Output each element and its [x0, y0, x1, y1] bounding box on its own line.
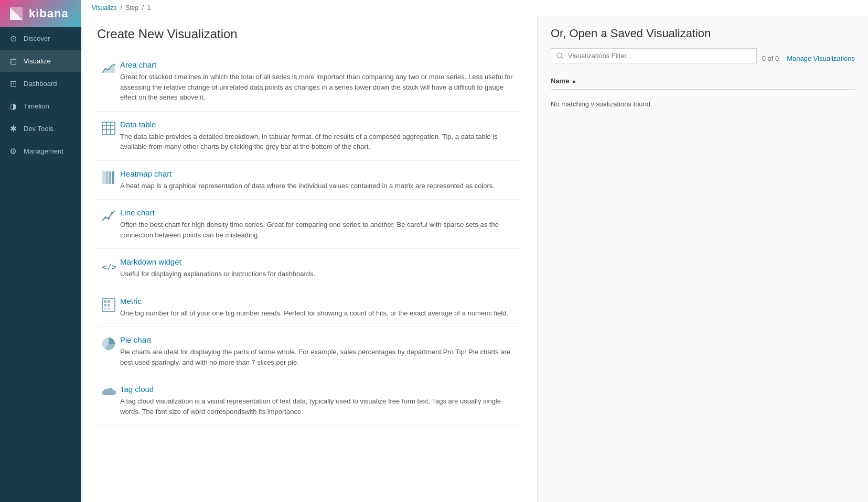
tag-cloud-icon: [101, 386, 116, 400]
markdown-icon-wrap: </>: [97, 257, 120, 273]
area-chart-icon-wrap: [97, 60, 120, 76]
visualize-icon: ◻: [8, 56, 18, 66]
search-count: 0 of 0: [762, 54, 779, 62]
breadcrumb-visualize[interactable]: Visualize: [92, 4, 117, 12]
markdown-title: Markdown widget: [120, 257, 521, 266]
viz-item-markdown[interactable]: </> Markdown widget Useful for displayin…: [97, 249, 521, 288]
svg-point-23: [557, 53, 562, 58]
right-panel-title: Or, Open a Saved Visualization: [551, 27, 855, 40]
sidebar-item-dashboard[interactable]: ⊡ Dashboard: [0, 72, 81, 95]
heatmap-icon: [101, 170, 116, 185]
search-icon: [556, 52, 564, 60]
line-chart-content: Line chart Often the best chart for high…: [120, 208, 521, 240]
manage-visualizations-link[interactable]: Manage Visualizations: [787, 54, 855, 62]
area-chart-desc: Great for stacked timelines in which the…: [120, 72, 521, 103]
management-icon: ⚙: [8, 146, 18, 156]
svg-rect-19: [104, 304, 106, 307]
name-column-header[interactable]: Name: [551, 77, 569, 85]
svg-rect-21: [104, 308, 106, 310]
svg-point-13: [108, 217, 110, 220]
pie-chart-icon-wrap: [97, 335, 120, 351]
pie-chart-content: Pie chart Pie charts are ideal for displ…: [120, 335, 521, 367]
svg-point-14: [111, 212, 113, 214]
metric-icon: [101, 298, 116, 312]
search-controls: 0 of 0 Manage Visualizations: [551, 48, 855, 69]
pie-chart-title: Pie chart: [120, 335, 521, 344]
sidebar-label-management: Management: [24, 147, 63, 155]
markdown-desc: Useful for displaying explanations or in…: [120, 269, 521, 279]
sort-icon[interactable]: ▲: [571, 78, 576, 84]
svg-line-24: [561, 57, 563, 59]
viz-item-line-chart[interactable]: Line chart Often the best chart for high…: [97, 200, 521, 249]
discover-icon: ⊙: [8, 34, 18, 43]
left-panel: Create New Visualization Area chart Grea…: [81, 16, 538, 502]
sidebar-label-devtools: Dev Tools: [24, 125, 53, 133]
data-table-icon: [101, 121, 116, 136]
breadcrumb: Visualize / Step / 1: [81, 0, 868, 16]
area-chart-title: Area chart: [120, 60, 521, 69]
svg-rect-10: [109, 171, 111, 184]
data-table-desc: The data table provides a detailed break…: [120, 132, 521, 152]
breadcrumb-step: Step: [125, 4, 138, 12]
line-chart-title: Line chart: [120, 208, 521, 217]
metric-icon-wrap: [97, 297, 120, 312]
tag-cloud-icon-wrap: [97, 385, 120, 400]
data-table-icon-wrap: [97, 120, 120, 136]
sidebar-item-devtools[interactable]: ✱ Dev Tools: [0, 117, 81, 140]
svg-rect-22: [108, 308, 110, 310]
logo-area: kibana: [0, 0, 81, 27]
search-input[interactable]: [568, 52, 751, 60]
search-bar: [551, 48, 757, 63]
heatmap-content: Heatmap chart A heat map is a graphical …: [120, 169, 521, 191]
sidebar-label-dashboard: Dashboard: [24, 80, 57, 88]
metric-title: Metric: [120, 297, 521, 305]
viz-item-tag-cloud[interactable]: Tag cloud A tag cloud visualization is a…: [97, 376, 521, 425]
timelion-icon: ◑: [8, 101, 18, 111]
devtools-icon: ✱: [8, 124, 18, 134]
svg-rect-3: [102, 122, 115, 135]
svg-rect-8: [102, 171, 105, 184]
line-chart-icon-wrap: [97, 208, 120, 224]
heatmap-title: Heatmap chart: [120, 169, 521, 178]
viz-item-area-chart[interactable]: Area chart Great for stacked timelines i…: [97, 52, 521, 112]
viz-item-heatmap[interactable]: Heatmap chart A heat map is a graphical …: [97, 161, 521, 200]
metric-content: Metric One big number for all of your on…: [120, 297, 521, 319]
heatmap-desc: A heat map is a graphical representation…: [120, 181, 521, 191]
area-chart-icon: [101, 61, 116, 76]
main-content: Visualize / Step / 1 Create New Visualiz…: [81, 0, 868, 502]
content-area: Create New Visualization Area chart Grea…: [81, 16, 868, 502]
kibana-logo-icon: [8, 5, 25, 22]
data-table-content: Data table The data table provides a det…: [120, 120, 521, 152]
dashboard-icon: ⊡: [8, 79, 18, 89]
sidebar-label-discover: Discover: [24, 35, 50, 42]
viz-item-data-table[interactable]: Data table The data table provides a det…: [97, 112, 521, 161]
svg-marker-2: [102, 64, 115, 73]
viz-item-metric[interactable]: Metric One big number for all of your on…: [97, 288, 521, 328]
pie-chart-desc: Pie charts are ideal for displaying the …: [120, 347, 521, 367]
tag-cloud-content: Tag cloud A tag cloud visualization is a…: [120, 385, 521, 417]
heatmap-icon-wrap: [97, 169, 120, 185]
sidebar-item-timelion[interactable]: ◑ Timelion: [0, 95, 81, 117]
sidebar-item-discover[interactable]: ⊙ Discover: [0, 27, 81, 50]
pie-chart-icon: [101, 336, 116, 351]
tag-cloud-title: Tag cloud: [120, 385, 521, 394]
viz-item-pie-chart[interactable]: Pie chart Pie charts are ideal for displ…: [97, 327, 521, 376]
kibana-logo-text: kibana: [29, 7, 69, 20]
tag-cloud-desc: A tag cloud visualization is a visual re…: [120, 396, 521, 417]
markdown-icon: </>: [101, 258, 116, 273]
svg-rect-11: [112, 171, 114, 184]
no-results-message: No matching visualizations found.: [551, 90, 855, 118]
area-chart-content: Area chart Great for stacked timelines i…: [120, 60, 521, 103]
line-chart-desc: Often the best chart for high density ti…: [120, 220, 521, 240]
metric-desc: One big number for all of your one big n…: [120, 308, 521, 319]
sidebar-item-management[interactable]: ⚙ Management: [0, 140, 81, 162]
svg-rect-18: [108, 300, 110, 303]
line-chart-icon: [101, 209, 116, 224]
svg-text:</>: </>: [102, 262, 116, 272]
markdown-content: Markdown widget Useful for displaying ex…: [120, 257, 521, 279]
sidebar-label-visualize: Visualize: [24, 57, 51, 65]
svg-point-12: [104, 216, 106, 219]
sidebar-label-timelion: Timelion: [24, 102, 49, 110]
svg-rect-20: [108, 304, 110, 307]
sidebar-item-visualize[interactable]: ◻ Visualize: [0, 50, 81, 72]
